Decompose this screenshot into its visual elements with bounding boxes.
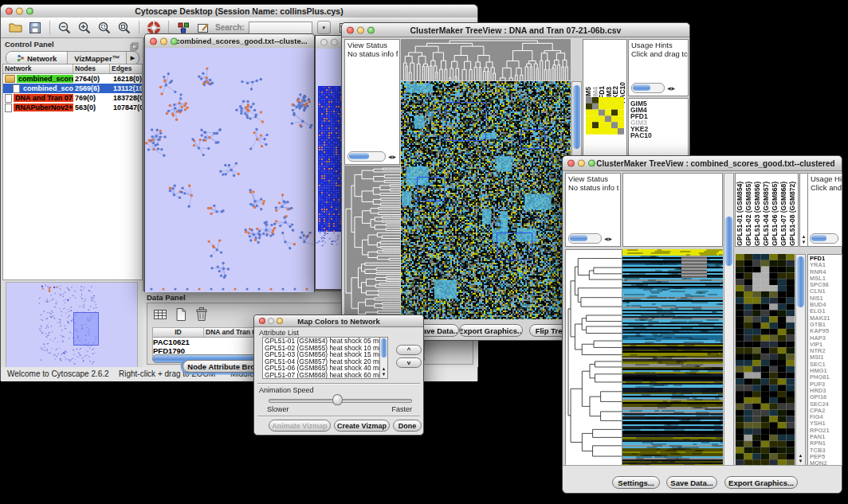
network-row[interactable]: combined_scores2764(0)16218(0) (3, 74, 142, 84)
tv1-row-dendrogram[interactable] (344, 166, 400, 319)
tv1-status-scrollbar[interactable]: ◀▶ (347, 151, 397, 162)
create-vizmap-button[interactable]: Create Vizmap (334, 420, 390, 432)
scroll-arrows-icon[interactable]: ▲▼ (380, 366, 387, 377)
tv2-detail-vscroll-thumb[interactable] (797, 256, 804, 307)
close-button[interactable] (259, 318, 265, 324)
animate-vizmap-button[interactable]: Animate Vizmap (269, 420, 331, 432)
zoom-button[interactable] (277, 318, 283, 324)
tv1-usage-hints-panel: Usage Hints Click and drag tc ◀▶ (628, 39, 689, 96)
close-button[interactable] (6, 8, 13, 15)
move-down-button[interactable]: v (396, 357, 422, 368)
tv2-status-scrollbar[interactable]: ◀▶ (568, 233, 613, 244)
open-folder-icon[interactable] (7, 20, 23, 36)
network-row[interactable]: combined_sco2569(6)13112(15) (3, 84, 142, 93)
tab-overflow-arrow[interactable]: ▶ (127, 52, 139, 64)
col-edges[interactable]: Edges (110, 64, 142, 73)
tv2-main-vscrollbar[interactable] (724, 173, 734, 466)
search-dropdown-button[interactable]: ▼ (317, 21, 331, 34)
zoom-selected-icon[interactable] (96, 20, 112, 36)
network-overview-canvas[interactable] (6, 282, 138, 368)
network-view-titlebar[interactable]: combined_scores_good.txt--cluste... (145, 34, 314, 49)
new-doc-icon[interactable] (173, 307, 189, 322)
tv2-button-0[interactable]: Settings... (612, 476, 660, 489)
tab-network[interactable]: Network (6, 52, 68, 64)
save-icon[interactable] (27, 20, 43, 36)
row-id: PAC10 (153, 338, 177, 346)
close-button[interactable] (150, 37, 157, 45)
tv2-button-2[interactable]: Export Graphics... (724, 476, 798, 489)
tv2-button-1[interactable]: Save Data... (666, 476, 717, 489)
gene-label[interactable]: PAC10 (629, 132, 688, 139)
zoom-button[interactable] (26, 8, 33, 15)
close-button[interactable] (320, 39, 328, 46)
table-grid-icon[interactable] (152, 307, 168, 322)
zoom-in-icon[interactable] (77, 20, 92, 36)
zoom-button[interactable] (367, 26, 375, 33)
network-canvas[interactable] (145, 48, 314, 292)
tv1-heatmap[interactable] (401, 81, 571, 319)
animation-speed-slider-thumb[interactable] (332, 394, 343, 405)
scroll-arrows-icon[interactable]: ▲▼ (800, 234, 807, 245)
col-network[interactable]: Network (3, 64, 73, 73)
tv2-heatmap[interactable] (622, 249, 723, 466)
tv1-view-status-text: No status info f (345, 50, 399, 59)
scroll-arrows-icon[interactable]: ◀▶ (388, 153, 397, 161)
tv2-detail-vscrollbar[interactable]: ▲▼ (795, 254, 806, 466)
minimize-button[interactable] (268, 318, 274, 324)
zoom-button[interactable] (588, 160, 595, 167)
tv2-column-label[interactable]: GPL51-08 (GSM872) (789, 182, 798, 246)
scroll-arrows-icon[interactable]: ◀▶ (604, 235, 613, 243)
folder-icon (5, 75, 15, 83)
data-panel-title: Data Panel (147, 293, 186, 302)
trash-icon[interactable] (194, 307, 210, 322)
tv2-column-dendrogram-area[interactable] (622, 173, 723, 247)
tv2-detail-heatmap[interactable] (736, 254, 795, 466)
scroll-arrows-icon[interactable]: ▲▼ (796, 453, 805, 464)
dialog-titlebar[interactable]: Map Colors to Network (254, 315, 423, 327)
tv2-vscroll-thumb[interactable] (725, 217, 732, 266)
col-nodes[interactable]: Nodes (73, 64, 110, 73)
attribute-list-label: Attribute List (259, 329, 299, 337)
main-titlebar[interactable]: Cytoscape Desktop (Session Name: collins… (1, 5, 477, 18)
tv1-usage-scrollbar[interactable]: ◀▶ (631, 83, 676, 93)
status-welcome: Welcome to Cytoscape 2.6.2 (7, 369, 109, 378)
network-row[interactable]: DNA and Tran 07769(0)183728(0) (3, 93, 142, 103)
attribute-list-scrollbar[interactable]: ▲▼ (379, 338, 387, 378)
minimize-button[interactable] (16, 8, 23, 15)
zoom-button[interactable] (171, 37, 178, 45)
done-button[interactable]: Done (393, 420, 422, 432)
tv1-minimap-heatmap[interactable] (586, 97, 624, 135)
treeview2-titlebar[interactable]: ClusterMaker TreeView : combined_scores_… (563, 156, 842, 171)
network-row[interactable]: RNAPuberNov2+563(0)107847(0) (3, 103, 142, 112)
minimize-button[interactable] (357, 26, 364, 33)
search-input[interactable] (249, 21, 312, 34)
minimize-button[interactable] (578, 160, 585, 167)
tab-vizmapper[interactable]: VizMapper™ (68, 52, 127, 64)
tv2-row-dendrogram[interactable] (565, 249, 622, 467)
network-list-panel: Network Nodes Edges combined_scores2764(… (2, 64, 143, 280)
attribute-scroll-thumb[interactable] (381, 338, 387, 357)
close-button[interactable] (347, 26, 354, 33)
attribute-listbox[interactable]: GPL51-01 (GSM854) heat shock 05 minGPL51… (262, 337, 388, 379)
minimize-button[interactable] (160, 37, 167, 45)
close-button[interactable] (567, 160, 575, 167)
data-col-id[interactable]: ID (153, 328, 204, 337)
minimize-button[interactable] (331, 39, 338, 46)
tv1-column-dendrogram[interactable] (401, 39, 571, 80)
zoom-out-icon[interactable] (57, 20, 73, 36)
tv1-button-1[interactable]: Export Graphics... (459, 324, 523, 337)
tv2-view-status-title: View Status (566, 174, 620, 184)
tv1-vscroll-thumb[interactable] (573, 85, 580, 149)
zoom-fit-icon[interactable] (116, 20, 132, 36)
animation-speed-label: Animation Speed (259, 386, 314, 394)
attribute-item[interactable]: GPL51-07 (GSM868) heat shock 60 min (263, 372, 387, 379)
tv2-usage-scrollbar[interactable] (810, 233, 838, 244)
tv2-usage-title: Usage Hints (808, 174, 842, 184)
treeview1-titlebar[interactable]: ClusterMaker TreeView : DNA and Tran 07-… (342, 23, 689, 37)
network-edges: 183728(0) (112, 94, 142, 102)
tv2-gene-list[interactable]: PFD1YRA1RNR4MSL1SPC98CLN1NIS1BUD4ELG1MAK… (807, 254, 842, 466)
scroll-arrows-icon[interactable]: ◀▶ (667, 84, 676, 92)
move-up-button[interactable]: ^ (396, 345, 422, 355)
network-table-header: Network Nodes Edges (3, 64, 142, 74)
network-edges: 13112(15) (112, 84, 142, 92)
